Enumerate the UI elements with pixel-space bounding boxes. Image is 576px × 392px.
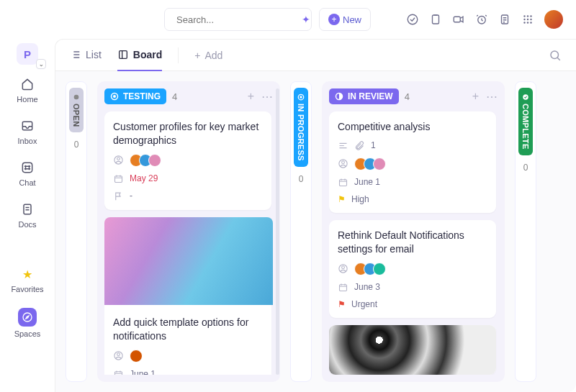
column-count: 4: [405, 91, 410, 102]
apps-grid-icon[interactable]: [521, 13, 534, 26]
svg-point-35: [342, 266, 345, 269]
scrollbar[interactable]: [276, 88, 279, 375]
svg-point-6: [523, 15, 525, 17]
add-view-button[interactable]: + Add: [194, 50, 222, 61]
column-label-open: OPEN: [69, 88, 84, 132]
assignee-avatars: [130, 154, 161, 167]
person-icon: [113, 350, 124, 361]
card[interactable]: Add quick template options for notificat…: [104, 217, 271, 375]
nav-spaces[interactable]: Spaces: [6, 301, 49, 344]
svg-point-22: [113, 95, 116, 98]
card[interactable]: Rethink Default Notifications settings f…: [329, 220, 496, 318]
board-icon: [117, 49, 129, 60]
svg-rect-3: [454, 17, 460, 22]
column-label-testing[interactable]: TESTING: [104, 88, 166, 104]
ai-sparkle-icon[interactable]: ✦: [302, 14, 310, 25]
priority-flag-icon: ⚑: [338, 194, 346, 204]
star-icon: ★: [19, 266, 35, 282]
clipboard-icon[interactable]: [429, 13, 442, 26]
card-title: Customer profiles for key market demogra…: [113, 120, 263, 147]
new-button[interactable]: + New: [319, 8, 371, 31]
column-complete-collapsed[interactable]: COMPLETE 0: [515, 81, 536, 382]
workspace-badge[interactable]: P ⌄: [17, 43, 38, 65]
search-icon[interactable]: [549, 49, 562, 62]
svg-rect-18: [119, 50, 127, 58]
nav-chat[interactable]: Chat: [6, 152, 49, 193]
add-card-button[interactable]: +: [248, 90, 254, 104]
card-flag: -: [130, 191, 132, 201]
card[interactable]: Competitive analysis 1 June 1 ⚑High: [329, 111, 496, 213]
plus-icon: +: [194, 50, 200, 61]
search-input[interactable]: [176, 14, 297, 25]
card[interactable]: [329, 325, 496, 375]
compass-icon: [18, 308, 37, 327]
svg-point-26: [117, 353, 120, 356]
alarm-icon[interactable]: [475, 13, 488, 26]
svg-point-7: [527, 15, 528, 17]
column-menu-button[interactable]: ⋯: [261, 90, 273, 104]
status-dot-icon: [335, 92, 343, 101]
assignee-avatars: [130, 350, 143, 363]
card-title: Rethink Default Notifications settings f…: [338, 229, 487, 256]
column-inprogress-collapsed[interactable]: IN PROGRESS 0: [290, 81, 312, 382]
svg-point-12: [523, 22, 525, 23]
note-icon[interactable]: [498, 13, 511, 26]
column-count: 4: [172, 91, 177, 102]
svg-rect-25: [115, 176, 122, 183]
add-card-button[interactable]: +: [472, 90, 479, 104]
svg-point-13: [527, 22, 528, 23]
column-open-collapsed[interactable]: OPEN 0: [66, 81, 87, 382]
priority-flag-icon: ⚑: [338, 299, 346, 309]
card-image: [104, 217, 273, 305]
description-icon: [338, 140, 348, 151]
new-label: New: [343, 14, 361, 25]
view-tab-board[interactable]: Board: [117, 40, 162, 71]
card-title: Add quick template options for notificat…: [113, 316, 263, 343]
card-date: June 1: [130, 369, 156, 375]
attachment-icon: [354, 140, 365, 151]
video-icon[interactable]: [452, 13, 465, 26]
hash-icon: [19, 160, 35, 176]
card[interactable]: Customer profiles for key market demogra…: [104, 111, 271, 210]
list-icon: [70, 49, 81, 60]
calendar-icon: [338, 177, 348, 188]
card-date: June 1: [354, 177, 380, 187]
column-label-inprogress: IN PROGRESS: [294, 88, 308, 167]
column-testing: TESTING 4 + ⋯ Customer profiles for key …: [97, 81, 280, 382]
nav-inbox[interactable]: Inbox: [6, 111, 49, 151]
view-tabs: List Board + Add: [55, 40, 576, 71]
card-date: June 3: [354, 282, 380, 292]
svg-rect-16: [24, 204, 31, 214]
card-title: Competitive analysis: [338, 120, 487, 134]
person-icon: [338, 158, 348, 169]
column-count: 0: [74, 140, 79, 150]
calendar-icon: [113, 369, 124, 375]
svg-rect-37: [340, 284, 347, 291]
nav-home[interactable]: Home: [6, 69, 49, 109]
chevron-down-icon[interactable]: ⌄: [36, 59, 46, 69]
assignee-avatars: [354, 158, 386, 170]
svg-point-30: [300, 96, 302, 98]
column-menu-button[interactable]: ⋯: [486, 90, 498, 104]
card-image: [329, 325, 496, 375]
search-box[interactable]: ✦: [164, 8, 312, 31]
doc-icon: [19, 201, 35, 217]
svg-point-11: [530, 19, 531, 20]
card-date: May 29: [130, 173, 158, 183]
nav-docs[interactable]: Docs: [6, 194, 49, 234]
svg-rect-15: [22, 163, 32, 172]
svg-point-14: [530, 22, 531, 23]
calendar-icon: [338, 282, 348, 293]
svg-point-17: [23, 313, 32, 322]
column-label-inreview[interactable]: IN REVIEW: [329, 88, 399, 104]
attachment-count: 1: [371, 140, 376, 150]
nav-favorites[interactable]: ★ Favorites: [6, 259, 49, 299]
person-icon: [113, 155, 124, 165]
view-tab-list[interactable]: List: [70, 40, 102, 71]
column-label-complete: COMPLETE: [518, 88, 533, 155]
user-avatar[interactable]: [544, 10, 563, 29]
assignee-avatars: [354, 263, 386, 275]
svg-rect-2: [433, 15, 439, 24]
check-circle-icon[interactable]: [406, 13, 419, 26]
svg-point-10: [527, 19, 528, 20]
